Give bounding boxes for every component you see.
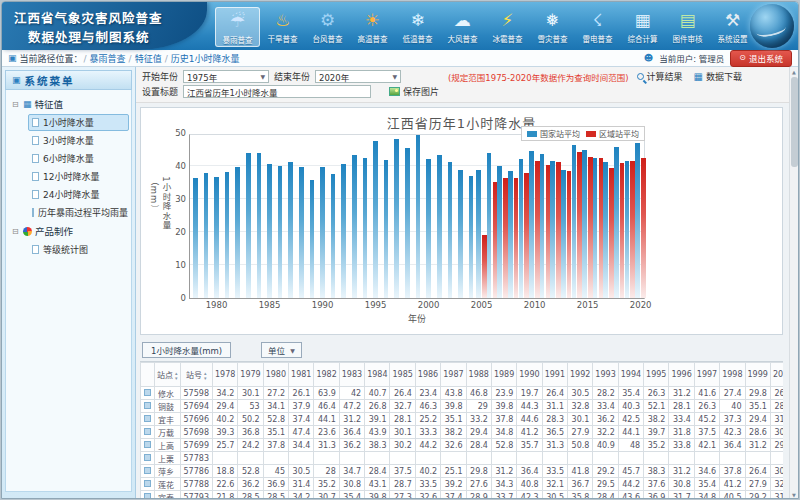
drought-icon: ♨ [268, 9, 298, 31]
tree-item-0-4[interactable]: 24小时降水量 [28, 186, 129, 203]
sort-icon[interactable]: ▴▾ [175, 371, 178, 380]
toolbar-item-compute[interactable]: ▦综合计算 [620, 7, 665, 45]
value-cell: 42.1 [694, 439, 719, 452]
value-cell: 43.9 [365, 426, 390, 439]
tree-item-1-0[interactable]: 等级统计图 [28, 241, 129, 258]
table-row-57694[interactable]: 铜鼓5769429.45334.137.946.447.226.832.746.… [141, 400, 784, 413]
toolbar-item-label: 系统设置 [718, 33, 748, 44]
column-header[interactable]: 站号▴▾ [180, 363, 212, 387]
value-cell: 31.3 [314, 439, 339, 452]
logout-button[interactable]: ⊙ 退出系统 [730, 50, 792, 67]
legend-label: 国家站平均 [540, 128, 580, 139]
table-row-57783[interactable]: 上栗57783 [141, 452, 784, 465]
unit-filter-dropdown[interactable]: 单位▼ [261, 342, 302, 358]
value-cell: 46.8 [466, 387, 491, 400]
vertical-scrollbar[interactable]: ▲ ▼ [789, 67, 798, 499]
breadcrumb-item[interactable]: 暴雨普查 [90, 54, 126, 64]
toolbar-item-label: 干旱普查 [268, 33, 298, 44]
collapse-icon[interactable]: ⊟ [12, 227, 20, 236]
value-cell: 36.7 [568, 478, 593, 491]
toolbar-item-label: 低温普查 [403, 33, 433, 44]
station-name-cell: 萍乡 [155, 465, 181, 478]
value-cell: 47.2 [339, 400, 364, 413]
collapse-icon[interactable]: ⊟ [12, 100, 20, 109]
chart-title-input[interactable]: 江西省历年1小时降水量 [183, 85, 371, 98]
toolbar-item-hail[interactable]: ⚡冰雹普查 [485, 7, 530, 45]
value-cell: 33.2 [466, 413, 491, 426]
toolbar-item-label: 综合计算 [628, 33, 658, 44]
table-row-57699[interactable]: 上高5769925.724.237.834.431.336.238.330.24… [141, 439, 784, 452]
value-cell: 37.8 [720, 465, 745, 478]
tree-item-0-3[interactable]: 12小时降水量 [28, 168, 129, 185]
value-cell: 32.4 [770, 478, 783, 491]
end-year-select[interactable]: 2020年▼ [315, 70, 401, 83]
toolbar-item-drought[interactable]: ♨干旱普查 [260, 7, 305, 45]
bar-national-2018 [614, 147, 619, 298]
tree-group-0[interactable]: ⊟▦特征值 [8, 95, 129, 113]
unit-button[interactable]: 1小时降水量(mm) [142, 342, 231, 358]
toolbar-item-settings[interactable]: ⚒系统设置 [710, 7, 755, 45]
station-icon [144, 415, 151, 422]
toolbar-item-lightning[interactable]: ☇雷电普查 [575, 7, 620, 45]
table-row-57696[interactable]: 宜丰5769640.250.252.837.444.131.239.128.12… [141, 413, 784, 426]
value-cell: 42 [339, 387, 364, 400]
tree-item-0-5[interactable]: 历年暴雨过程平均雨量 [28, 204, 129, 221]
value-cell: 46.4 [314, 400, 339, 413]
table-row-57786[interactable]: 萍乡5778618.852.84530.52834.728.437.540.22… [141, 465, 784, 478]
value-cell: 19.7 [517, 387, 542, 400]
bar-national-2004 [469, 176, 474, 298]
breadcrumb-item[interactable]: 特征值 [135, 54, 162, 64]
bar-national-2014 [572, 145, 577, 298]
download-button[interactable]: ▦ 数据下载 [691, 70, 745, 83]
toolbar-item-rainstorm[interactable]: ☔暴雨普查 [215, 7, 260, 47]
station-name-cell: 宜春 [155, 491, 181, 500]
value-cell: 28 [314, 465, 339, 478]
column-header[interactable]: 站点▴▾ [155, 363, 181, 387]
toolbar-item-hightemp[interactable]: ☀高温普查 [350, 7, 395, 45]
station-name-cell: 宜丰 [155, 413, 181, 426]
value-cell: 35.4 [618, 387, 643, 400]
value-cell: 22.6 [212, 478, 237, 491]
save-image-button[interactable]: 保存图片 [386, 85, 442, 98]
tree-group-1[interactable]: ⊟产品制作 [8, 222, 129, 240]
station-id-cell: 57696 [180, 413, 212, 426]
legend-entry: 国家站平均 [527, 128, 580, 139]
value-cell [770, 452, 783, 465]
value-cell: 28.7 [390, 478, 415, 491]
value-cell: 39.8 [365, 491, 390, 500]
breadcrumb-item[interactable]: 历史1小时降水量 [171, 54, 240, 64]
sort-icon[interactable]: ▴▾ [204, 371, 207, 380]
bar-national-2020 [635, 143, 640, 298]
toolbar-item-wind[interactable]: ☁大风普查 [440, 7, 485, 45]
calculate-button[interactable]: 计算结果 [634, 70, 686, 83]
value-cell: 37.9 [289, 400, 314, 413]
value-cell: 33.3 [415, 426, 440, 439]
start-year-label: 开始年份 [142, 70, 178, 83]
table-row-57598[interactable]: 修水5759834.230.127.226.163.94240.726.423.… [141, 387, 784, 400]
value-cell: 40.9 [593, 439, 618, 452]
chart-title: 江西省历年1小时降水量 [141, 108, 782, 132]
start-year-select[interactable]: 1975年▼ [183, 70, 269, 83]
value-cell: 23.9 [491, 387, 516, 400]
toolbar-item-typhoon[interactable]: ⚙台风普查 [305, 7, 350, 45]
value-cell: 28.4 [466, 439, 491, 452]
tree-item-0-1[interactable]: 3小时降水量 [28, 132, 129, 149]
table-row-57698[interactable]: 万载5769839.336.835.147.423.636.443.930.13… [141, 426, 784, 439]
tree-item-label: 3小时降水量 [43, 134, 94, 147]
bar-national-2001 [437, 155, 442, 298]
toolbar-item-lowtemp[interactable]: ❄低温普查 [395, 7, 440, 45]
chart-panel: 江西省历年1小时降水量 1小时降水量（mm） 年份 国家站平均区域站平均 010… [140, 107, 783, 335]
toolbar-item-snow[interactable]: ❅雪灾普查 [530, 7, 575, 45]
table-row-57788[interactable]: 莲花5778822.636.236.931.435.230.843.128.73… [141, 478, 784, 491]
toolbar-item-review[interactable]: ▤图件审核 [665, 7, 710, 45]
table-row-57793[interactable]: 宜春5779321.828.528.534.230.735.439.827.33… [141, 491, 784, 500]
scroll-down-icon[interactable]: ▼ [792, 490, 796, 499]
y-tick-label: 20 [175, 227, 186, 237]
toolbar-item-label: 高温普查 [358, 33, 388, 44]
vscroll-thumb[interactable] [791, 77, 798, 167]
tree-item-0-2[interactable]: 6小时降水量 [28, 150, 129, 167]
value-cell [289, 452, 314, 465]
scroll-up-icon[interactable]: ▲ [792, 67, 796, 77]
tree-item-0-0[interactable]: 1小时降水量 [28, 114, 129, 131]
bar-national-1998 [405, 148, 410, 298]
